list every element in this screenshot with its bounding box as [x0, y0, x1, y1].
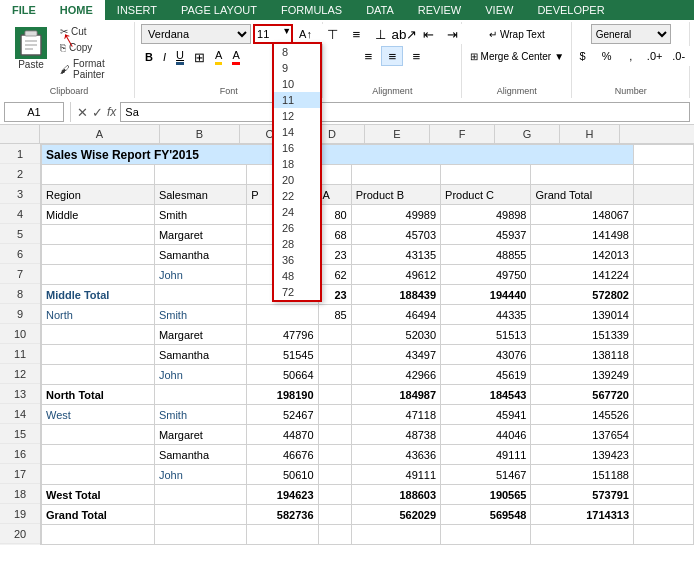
cell-f3[interactable]: Product C	[441, 185, 531, 205]
row-num-16[interactable]: 16	[0, 444, 40, 464]
font-size-11[interactable]: 11	[274, 92, 320, 108]
cell-h11[interactable]	[634, 345, 694, 365]
cell-g10[interactable]: 151339	[531, 325, 634, 345]
row-num-17[interactable]: 17	[0, 464, 40, 484]
cell-g7[interactable]: 141224	[531, 265, 634, 285]
font-size-26[interactable]: 26	[274, 220, 320, 236]
cell-d7[interactable]: 62	[318, 265, 351, 285]
font-size-18[interactable]: 18	[274, 156, 320, 172]
italic-button[interactable]: I	[159, 47, 170, 67]
cell-a4[interactable]: Middle	[42, 205, 155, 225]
cell-e10[interactable]: 52030	[351, 325, 440, 345]
cell-f12[interactable]: 45619	[441, 365, 531, 385]
percent-button[interactable]: %	[596, 46, 618, 66]
cell-f5[interactable]: 45937	[441, 225, 531, 245]
cell-d13[interactable]	[318, 385, 351, 405]
cell-f10[interactable]: 51513	[441, 325, 531, 345]
cell-f6[interactable]: 48855	[441, 245, 531, 265]
cell-g11[interactable]: 138118	[531, 345, 634, 365]
cell-g17[interactable]: 151188	[531, 465, 634, 485]
paste-button[interactable]: Paste	[10, 24, 52, 73]
cell-b14[interactable]: Smith	[154, 405, 246, 425]
col-header-a[interactable]: A	[40, 125, 160, 143]
cell-a16[interactable]	[42, 445, 155, 465]
cell-b5[interactable]: Margaret	[154, 225, 246, 245]
cell-a5[interactable]	[42, 225, 155, 245]
cell-h5[interactable]	[634, 225, 694, 245]
cell-d5[interactable]: 68	[318, 225, 351, 245]
number-format-select[interactable]: General	[591, 24, 671, 44]
cell-c16[interactable]: 46676	[247, 445, 318, 465]
cell-g9[interactable]: 139014	[531, 305, 634, 325]
cell-d10[interactable]	[318, 325, 351, 345]
cell-g2[interactable]	[531, 165, 634, 185]
row-num-5[interactable]: 5	[0, 224, 40, 244]
cell-e19[interactable]: 562029	[351, 505, 440, 525]
cut-button[interactable]: ✂ Cut	[56, 24, 128, 39]
row-num-14[interactable]: 14	[0, 404, 40, 424]
cell-e13[interactable]: 184987	[351, 385, 440, 405]
cell-b20[interactable]	[154, 525, 246, 545]
row-num-15[interactable]: 15	[0, 424, 40, 444]
col-header-b[interactable]: B	[160, 125, 240, 143]
cell-e14[interactable]: 47118	[351, 405, 440, 425]
cell-a20[interactable]	[42, 525, 155, 545]
cell-d6[interactable]: 23	[318, 245, 351, 265]
cell-c18[interactable]: 194623	[247, 485, 318, 505]
cell-d2[interactable]	[318, 165, 351, 185]
format-painter-button[interactable]: 🖌 Format Painter	[56, 56, 128, 82]
cell-e8[interactable]: 188439	[351, 285, 440, 305]
cell-b4[interactable]: Smith	[154, 205, 246, 225]
cell-f20[interactable]	[441, 525, 531, 545]
font-size-22[interactable]: 22	[274, 188, 320, 204]
cell-f11[interactable]: 43076	[441, 345, 531, 365]
cell-a15[interactable]	[42, 425, 155, 445]
cell-g12[interactable]: 139249	[531, 365, 634, 385]
formula-input[interactable]	[120, 102, 690, 122]
tab-page-layout[interactable]: PAGE LAYOUT	[169, 0, 269, 20]
cell-f8[interactable]: 194440	[441, 285, 531, 305]
cell-g8[interactable]: 572802	[531, 285, 634, 305]
font-size-dropdown-arrow[interactable]: ▼	[282, 26, 291, 36]
function-icon[interactable]: fx	[107, 105, 116, 119]
increase-font-button[interactable]: A↑	[295, 24, 316, 44]
cell-a6[interactable]	[42, 245, 155, 265]
cell-e7[interactable]: 49612	[351, 265, 440, 285]
tab-view[interactable]: VIEW	[473, 0, 525, 20]
tab-home[interactable]: HOME	[48, 0, 105, 20]
cell-b10[interactable]: Margaret	[154, 325, 246, 345]
cell-d20[interactable]	[318, 525, 351, 545]
cell-g14[interactable]: 145526	[531, 405, 634, 425]
cell-f19[interactable]: 569548	[441, 505, 531, 525]
cell-g18[interactable]: 573791	[531, 485, 634, 505]
cell-b2[interactable]	[154, 165, 246, 185]
cell-b18[interactable]	[154, 485, 246, 505]
merge-dropdown-arrow[interactable]: ▼	[554, 51, 564, 62]
cell-a2[interactable]	[42, 165, 155, 185]
align-bottom-button[interactable]: ⊥	[369, 24, 391, 44]
cell-f7[interactable]: 49750	[441, 265, 531, 285]
cell-c20[interactable]	[247, 525, 318, 545]
font-color-button[interactable]: A	[228, 47, 243, 67]
cell-g15[interactable]: 137654	[531, 425, 634, 445]
font-size-9[interactable]: 9	[274, 60, 320, 76]
cell-e6[interactable]: 43135	[351, 245, 440, 265]
cell-g4[interactable]: 148067	[531, 205, 634, 225]
cell-a1[interactable]: Sales Wise Report FY'2015	[42, 145, 634, 165]
cell-f15[interactable]: 44046	[441, 425, 531, 445]
decrease-decimal-button[interactable]: .0-	[668, 46, 690, 66]
merge-center-button[interactable]: ⊞ Merge & Center ▼	[465, 46, 570, 66]
font-size-28[interactable]: 28	[274, 236, 320, 252]
cell-e12[interactable]: 42966	[351, 365, 440, 385]
cell-b11[interactable]: Samantha	[154, 345, 246, 365]
cancel-icon[interactable]: ✕	[77, 105, 88, 120]
cell-f16[interactable]: 49111	[441, 445, 531, 465]
tab-data[interactable]: DATA	[354, 0, 406, 20]
cell-b7[interactable]: John	[154, 265, 246, 285]
cell-g5[interactable]: 141498	[531, 225, 634, 245]
font-size-14[interactable]: 14	[274, 124, 320, 140]
cell-g16[interactable]: 139423	[531, 445, 634, 465]
cell-e9[interactable]: 46494	[351, 305, 440, 325]
cell-f9[interactable]: 44335	[441, 305, 531, 325]
row-num-3[interactable]: 3	[0, 184, 40, 204]
